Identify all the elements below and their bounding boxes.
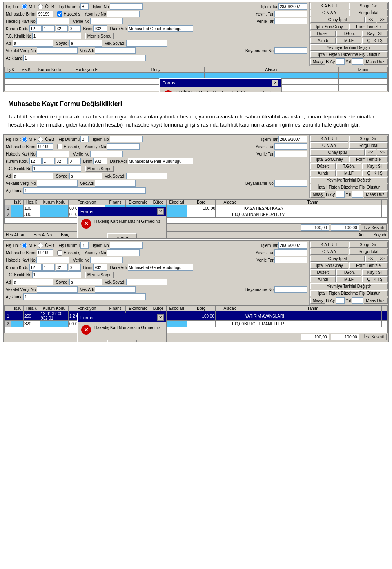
s2-hakkedis-checkbox[interactable] <box>57 144 62 149</box>
s3-verile-no-input[interactable] <box>90 257 123 263</box>
s2-islem-no-input[interactable] <box>110 136 143 142</box>
s2-gt-btn[interactable]: >> <box>377 149 388 156</box>
kayit-sil-btn[interactable]: Kayıt Sil <box>362 31 388 37</box>
s3-mernis-btn[interactable]: Mernis Sorgu <box>85 272 114 278</box>
s3-maas-btn[interactable]: Maaş <box>310 298 325 304</box>
s2-maas-duz-btn[interactable]: Maas Düz. <box>364 191 388 198</box>
soyadi-input[interactable] <box>69 40 102 47</box>
s3-duzelt-btn[interactable]: Düzelt <box>310 269 336 276</box>
s3-beyanname-input[interactable] <box>274 286 307 293</box>
s2-daire-adi-input[interactable] <box>128 158 193 164</box>
birim-input[interactable] <box>93 25 107 32</box>
s2-kurum-3[interactable] <box>56 158 68 164</box>
screen3-modal-close[interactable]: ✕ <box>157 314 164 321</box>
islem-tar-input[interactable] <box>278 3 307 10</box>
fis-tipi-oeb-radio[interactable] <box>38 4 43 9</box>
s2-verile-tar-input[interactable] <box>274 151 307 157</box>
s3-sorgu-iptal-btn[interactable]: Sorgu İptal <box>349 249 388 255</box>
iptal-son-onay-btn[interactable]: İptal Son.Onay <box>310 24 349 30</box>
yevmiye-tarih-btn[interactable]: Yevmiye Tarihini Değiştir <box>310 44 388 51</box>
vekalet-vergi-no-input[interactable] <box>37 47 78 54</box>
s2-hakkedis-kart-no-input[interactable] <box>36 151 69 157</box>
hakkedis-kart-no-input[interactable] <box>36 18 69 24</box>
s2-islem-tar-input[interactable] <box>278 136 307 142</box>
s3-yil-input[interactable] <box>352 297 363 304</box>
s2-birim-input[interactable] <box>93 158 107 164</box>
vek-soyadi-input[interactable] <box>126 40 167 47</box>
s3-aciklama-input[interactable] <box>23 293 146 300</box>
yevm-tar-input[interactable] <box>274 11 307 17</box>
duzelt-btn[interactable]: Düzelt <box>310 31 336 37</box>
s3-oeb-radio[interactable] <box>38 243 43 248</box>
cikis-btn[interactable]: Ç I K I Ş <box>362 38 388 44</box>
screen2-modal-ok-btn[interactable]: Tamam <box>107 233 137 239</box>
s2-duzelt-btn[interactable]: Düzelt <box>310 163 336 169</box>
s3-gt-btn[interactable]: >> <box>377 256 388 262</box>
s2-t-gon-btn[interactable]: T.Gön. <box>336 163 362 169</box>
screen1-modal-close[interactable]: ✕ <box>272 80 278 86</box>
s3-yevmiye-no-input[interactable] <box>107 249 140 256</box>
s2-kabul-btn[interactable]: K A B U L <box>310 136 349 142</box>
s2-tc-input[interactable] <box>32 165 81 172</box>
s2-b-ay-input[interactable] <box>336 191 345 198</box>
s3-hakkedis-kart-no-input[interactable] <box>36 257 69 263</box>
sorgu-gir-btn[interactable]: Sorgu Gir <box>349 3 388 9</box>
s2-sorgu-gir-btn[interactable]: Sorgu Gir <box>349 136 388 142</box>
form-temizle-btn[interactable]: Form Temizle <box>349 24 388 30</box>
s3-b-ay-input[interactable] <box>336 297 345 304</box>
s3-kabul-btn[interactable]: K A B U L <box>310 242 349 248</box>
s2-cikis-btn[interactable]: Ç I K I Ş <box>362 170 388 176</box>
aciklama-input[interactable] <box>23 55 146 61</box>
s3-kurum-3[interactable] <box>56 264 68 271</box>
s2-kurum-1[interactable] <box>29 158 42 164</box>
adi-input[interactable] <box>13 40 53 47</box>
b-ay-input[interactable] <box>336 58 345 65</box>
s2-iptalli-btn[interactable]: İptalli Fişten Düzeltme Fişi Oluştur <box>310 184 388 190</box>
s2-onay-iptal-btn[interactable]: Onay İptal <box>310 149 365 156</box>
s3-cikis-btn[interactable]: Ç I K I Ş <box>362 276 388 282</box>
screen2-modal-close[interactable]: ✕ <box>157 208 164 215</box>
s2-mernis-btn[interactable]: Mernis Sorgu <box>85 166 114 172</box>
s3-yevmiye-tarih-btn[interactable]: Yevmiye Tarihini Değiştir <box>310 283 388 289</box>
s2-iptal-son-btn[interactable]: İptal Son.Onay <box>310 156 349 162</box>
s3-verile-tar-input[interactable] <box>274 257 307 263</box>
s2-oeb-radio[interactable] <box>38 137 43 142</box>
s2-maas-btn[interactable]: Maaş <box>310 191 325 198</box>
s3-icra-btn[interactable]: İcra Kesinti <box>361 334 387 340</box>
s3-islem-no-input[interactable] <box>110 242 143 249</box>
s2-kayit-sil-btn[interactable]: Kayıt Sil <box>362 163 388 169</box>
s2-vek-soyadi-input[interactable] <box>126 173 167 179</box>
gt-btn[interactable]: >> <box>377 17 388 23</box>
s2-alindi-btn[interactable]: Alındı <box>310 170 336 176</box>
s3-mif-btn[interactable]: M.İ.F <box>336 276 362 282</box>
s3-maas-duz-btn[interactable]: Maas Düz. <box>364 298 388 304</box>
s2-lt-btn[interactable]: << <box>365 149 376 156</box>
mernis-sorgu-btn[interactable]: Mernis Sorgu <box>85 33 114 39</box>
s3-iptalli-btn[interactable]: İptalli Fişten Düzeltme Fişi Oluştur <box>310 290 388 296</box>
s2-sorgu-iptal-btn[interactable]: Sorgu İptal <box>349 142 388 149</box>
islem-no-input[interactable] <box>110 3 143 10</box>
s3-form-temizle-btn[interactable]: Form Temizle <box>349 262 388 269</box>
s3-lt-btn[interactable]: << <box>365 256 376 262</box>
s3-kayit-sil-btn[interactable]: Kayıt Sil <box>362 269 388 276</box>
s2-beyanname-input[interactable] <box>274 180 307 187</box>
vek-adi-input[interactable] <box>95 47 136 54</box>
verile-no-input[interactable] <box>90 18 123 24</box>
muhasebe-birimi-input[interactable] <box>37 11 53 17</box>
s2-adi-input[interactable] <box>13 173 53 179</box>
daire-adi-input[interactable] <box>128 25 193 32</box>
yevmiye-no-input[interactable] <box>107 11 140 17</box>
lt-btn[interactable]: << <box>365 17 376 23</box>
fis-durumu-input[interactable] <box>80 3 89 10</box>
s3-adi-input[interactable] <box>13 279 53 285</box>
s3-vek-soyadi-input[interactable] <box>126 279 167 285</box>
s3-iptal-son-btn[interactable]: İptal Son.Onay <box>310 262 349 269</box>
s3-kurum-1[interactable] <box>29 264 42 271</box>
s2-vek-adi-input[interactable] <box>95 180 136 187</box>
s2-vekalet-input[interactable] <box>37 180 78 187</box>
s3-onay-iptal-btn[interactable]: Onay İptal <box>310 256 365 262</box>
sorgu-iptal-btn[interactable]: Sorgu İptal <box>349 10 388 16</box>
s3-vekalet-input[interactable] <box>37 286 78 293</box>
s2-yevmiye-tarih-btn[interactable]: Yevmiye Tarihini Değiştir <box>310 177 388 183</box>
s3-daire-adi-input[interactable] <box>128 264 193 271</box>
